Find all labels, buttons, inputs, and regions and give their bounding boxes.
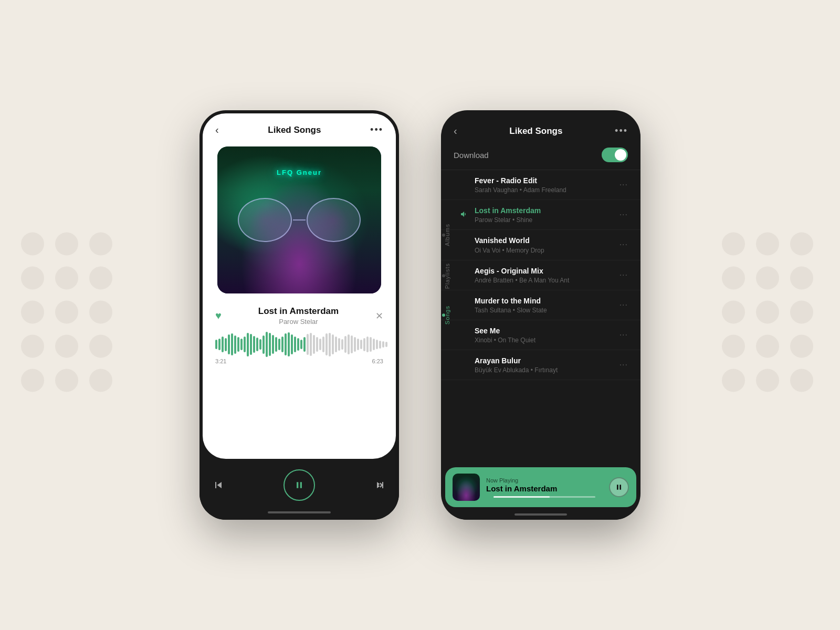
waveform-bar[interactable] <box>322 337 324 352</box>
song-row-more-button[interactable]: ··· <box>615 330 628 340</box>
waveform-bar[interactable] <box>234 335 236 354</box>
list-item[interactable]: Vanished WorldOi Va Voi • Memory Drop··· <box>441 230 640 260</box>
waveform-bar[interactable] <box>278 339 280 350</box>
waveform-bar[interactable] <box>259 339 261 350</box>
song-row-info: Fever - Radio EditSarah Vaughan • Adam F… <box>475 176 615 194</box>
song-row-more-button[interactable]: ··· <box>615 180 628 190</box>
list-item[interactable]: Arayan BulurBüyük Ev Ablukada • Fırtınay… <box>441 350 640 380</box>
waveform-bar[interactable] <box>297 338 299 351</box>
waveform-bar[interactable] <box>294 337 296 352</box>
song-artist: Parow Stelar <box>222 318 375 326</box>
list-item[interactable]: Aegis - Original MixAndré Bratten • Be A… <box>441 260 640 290</box>
waveform-bar[interactable] <box>275 337 277 352</box>
song-row-more-button[interactable]: ··· <box>615 360 628 370</box>
waveform-bar[interactable] <box>291 334 293 354</box>
waveform-bar[interactable] <box>382 341 384 348</box>
waveform-bar[interactable] <box>385 342 387 347</box>
song-row-more-button[interactable]: ··· <box>615 300 628 310</box>
glasses-lens-left <box>238 198 292 242</box>
tab-albums[interactable]: Albums <box>441 215 455 255</box>
waveform-bar[interactable] <box>360 340 362 349</box>
waveform-bar[interactable] <box>370 337 372 352</box>
song-row-info: Aegis - Original MixAndré Bratten • Be A… <box>475 266 615 284</box>
song-row-title: Fever - Radio Edit <box>475 176 615 185</box>
tab-songs[interactable]: Songs <box>441 297 455 333</box>
waveform-bar[interactable] <box>300 340 302 349</box>
waveform-bar[interactable] <box>285 333 287 355</box>
waveform-bar[interactable] <box>307 334 309 355</box>
waveform-bar[interactable] <box>269 333 271 356</box>
now-playing-bar[interactable]: Now Playing Lost in Amsterdam <box>445 467 636 507</box>
right-more-button[interactable]: ••• <box>615 125 628 136</box>
waveform-bar[interactable] <box>344 336 346 353</box>
waveform-bar[interactable] <box>237 337 239 352</box>
glasses-lens-right <box>307 198 361 242</box>
waveform-bar[interactable] <box>354 337 356 352</box>
left-back-button[interactable]: ‹ <box>215 124 219 136</box>
list-item[interactable]: See MeXinobi • On The Quiet··· <box>441 320 640 350</box>
waveform-bar[interactable] <box>272 335 274 354</box>
waveform-bar[interactable] <box>240 339 243 350</box>
waveform-bar[interactable] <box>250 334 252 355</box>
albums-tab-dot <box>442 233 445 236</box>
waveform-bar[interactable] <box>366 337 369 352</box>
song-row-more-button[interactable]: ··· <box>615 270 628 280</box>
waveform-bar[interactable] <box>228 334 230 354</box>
waveform-bar[interactable] <box>231 333 233 355</box>
waveform-bar[interactable] <box>338 338 340 351</box>
waveform-bar[interactable] <box>357 339 359 350</box>
waveform-bar[interactable] <box>376 340 378 349</box>
waveform-bar[interactable] <box>316 337 318 352</box>
song-row-more-button[interactable]: ··· <box>615 210 628 219</box>
toggle-knob <box>615 149 626 161</box>
pause-button[interactable] <box>284 469 315 501</box>
heart-icon[interactable]: ♥ <box>215 310 222 322</box>
list-item[interactable]: Lost in AmsterdamParow Stelar • Shine··· <box>441 200 640 230</box>
waveform-bar[interactable] <box>332 334 334 354</box>
waveform-bar[interactable] <box>266 332 268 357</box>
waveform-bar[interactable] <box>288 332 290 356</box>
prev-button[interactable] <box>212 479 225 491</box>
waveform-bar[interactable] <box>329 333 331 356</box>
left-more-button[interactable]: ••• <box>370 124 383 135</box>
waveform-bar[interactable] <box>379 341 381 349</box>
waveform-bar[interactable] <box>373 339 375 350</box>
waveform-bar[interactable] <box>247 333 249 356</box>
waveform-bar[interactable] <box>262 335 265 354</box>
next-button[interactable] <box>374 479 386 491</box>
waveform-bar[interactable] <box>215 340 217 349</box>
waveform-bar[interactable] <box>326 333 328 355</box>
waveform-bar[interactable] <box>244 337 246 352</box>
waveform-bar[interactable] <box>348 334 350 354</box>
download-toggle[interactable] <box>602 148 628 162</box>
waveform-bar[interactable] <box>218 339 220 350</box>
song-row-more-button[interactable]: ··· <box>615 240 628 249</box>
right-back-button[interactable]: ‹ <box>454 125 457 137</box>
right-header: ‹ Liked Songs ••• <box>441 110 640 144</box>
waveform-bar[interactable] <box>303 337 306 352</box>
song-row-title: Vanished World <box>475 236 615 245</box>
waveform-bar[interactable] <box>319 339 321 350</box>
waveform-bar[interactable] <box>335 337 337 352</box>
np-progress-fill <box>494 496 550 498</box>
waveform-bar[interactable] <box>363 338 365 351</box>
waveform-bar[interactable] <box>225 338 227 351</box>
waveform-bar[interactable] <box>310 333 312 356</box>
waveform-bar[interactable] <box>253 336 255 353</box>
np-thumb-face <box>453 474 480 501</box>
np-pause-button[interactable] <box>609 477 629 497</box>
waveform-bar[interactable] <box>222 337 224 352</box>
left-header-title: Liked Songs <box>268 125 321 135</box>
waveform-bar[interactable] <box>351 335 353 353</box>
tab-playlists[interactable]: Playlists <box>441 255 455 297</box>
list-item[interactable]: Murder to the MindTash Sultana • Slow St… <box>441 290 640 320</box>
list-item[interactable]: Fever - Radio EditSarah Vaughan • Adam F… <box>441 170 640 200</box>
waveform-bar[interactable] <box>281 337 284 352</box>
song-row-info: Murder to the MindTash Sultana • Slow St… <box>475 296 615 314</box>
close-icon[interactable]: ✕ <box>375 310 383 322</box>
waveform-bar[interactable] <box>256 338 258 351</box>
waveform-bar[interactable] <box>341 339 343 350</box>
np-text: Now Playing Lost in Amsterdam <box>486 477 603 498</box>
waveform-bar[interactable] <box>313 335 315 354</box>
song-row-title: See Me <box>475 326 615 335</box>
